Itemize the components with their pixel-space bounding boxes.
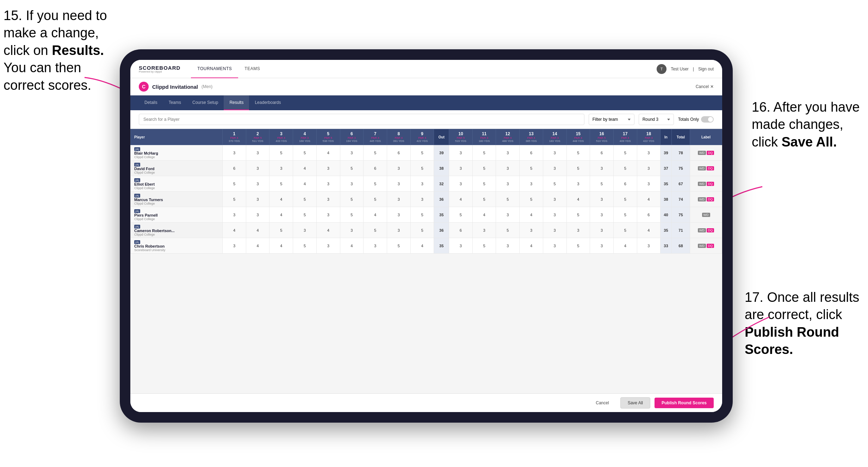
score-cell[interactable]: 3 (316, 238, 340, 254)
score-cell[interactable]: 4 (269, 238, 293, 254)
score-cell[interactable]: 5 (364, 176, 387, 192)
score-cell[interactable]: 4 (637, 223, 661, 238)
score-cell[interactable]: 3 (449, 176, 473, 192)
score-cell[interactable]: 3 (410, 192, 434, 207)
score-cell[interactable]: 5 (613, 223, 637, 238)
score-cell[interactable]: 3 (566, 176, 590, 192)
score-cell[interactable]: 3 (269, 161, 293, 176)
score-cell[interactable]: 5 (364, 145, 387, 161)
score-cell[interactable]: 3 (387, 207, 410, 223)
score-cell[interactable]: 5 (410, 161, 434, 176)
score-cell[interactable]: 5 (293, 145, 317, 161)
score-cell[interactable]: 4 (293, 176, 317, 192)
score-cell[interactable]: 3 (410, 176, 434, 192)
score-cell[interactable]: 3 (316, 192, 340, 207)
score-cell[interactable]: 4 (472, 207, 496, 223)
score-cell[interactable]: 5 (472, 176, 496, 192)
toggle-switch[interactable] (701, 116, 714, 123)
score-cell[interactable]: 5 (340, 161, 364, 176)
score-cell[interactable]: 3 (387, 223, 410, 238)
score-cell[interactable]: 4 (246, 223, 269, 238)
score-cell[interactable]: 3 (293, 223, 317, 238)
score-cell[interactable]: 5 (472, 161, 496, 176)
score-cell[interactable]: 3 (590, 192, 614, 207)
sign-out-link[interactable]: Sign out (698, 67, 714, 71)
score-cell[interactable]: 5 (472, 145, 496, 161)
score-cell[interactable]: 5 (410, 207, 434, 223)
score-cell[interactable]: 3 (590, 238, 614, 254)
cancel-button[interactable]: Cancel (589, 398, 616, 408)
score-cell[interactable]: 3 (340, 145, 364, 161)
score-cell[interactable]: 3 (543, 238, 566, 254)
score-cell[interactable]: 5 (613, 161, 637, 176)
score-cell[interactable]: 5 (472, 192, 496, 207)
score-cell[interactable]: 3 (543, 223, 566, 238)
score-cell[interactable]: 5 (223, 176, 246, 192)
score-cell[interactable]: 4 (223, 223, 246, 238)
score-cell[interactable]: 5 (340, 192, 364, 207)
score-cell[interactable]: 5 (410, 223, 434, 238)
score-cell[interactable]: 3 (449, 145, 473, 161)
score-cell[interactable]: 5 (449, 207, 473, 223)
score-cell[interactable]: 6 (387, 145, 410, 161)
tab-leaderboards[interactable]: Leaderboards (249, 95, 286, 110)
score-cell[interactable]: 3 (637, 238, 661, 254)
score-cell[interactable]: 3 (246, 207, 269, 223)
score-cell[interactable]: 4 (246, 238, 269, 254)
score-cell[interactable]: 3 (543, 161, 566, 176)
score-cell[interactable]: 4 (613, 238, 637, 254)
score-cell[interactable]: 4 (316, 145, 340, 161)
score-cell[interactable]: 3 (637, 145, 661, 161)
score-cell[interactable]: 5 (496, 192, 520, 207)
score-cell[interactable]: 5 (590, 176, 614, 192)
score-cell[interactable]: 3 (246, 145, 269, 161)
cancel-tournament-button[interactable]: Cancel ✕ (696, 84, 714, 89)
score-cell[interactable]: 5 (566, 161, 590, 176)
score-cell[interactable]: 6 (590, 145, 614, 161)
score-cell[interactable]: 6 (613, 176, 637, 192)
score-cell[interactable]: 3 (543, 145, 566, 161)
filter-by-team-dropdown[interactable]: Filter by team (589, 114, 634, 125)
score-cell[interactable]: 5 (613, 207, 637, 223)
score-cell[interactable]: 3 (590, 223, 614, 238)
score-cell[interactable]: 4 (293, 161, 317, 176)
score-cell[interactable]: 3 (223, 238, 246, 254)
score-cell[interactable]: 5 (410, 145, 434, 161)
score-cell[interactable]: 3 (496, 161, 520, 176)
score-cell[interactable]: 3 (520, 223, 543, 238)
score-cell[interactable]: 3 (223, 145, 246, 161)
score-cell[interactable]: 5 (543, 176, 566, 192)
score-cell[interactable]: 3 (223, 207, 246, 223)
score-cell[interactable]: 5 (293, 207, 317, 223)
score-cell[interactable]: 4 (269, 192, 293, 207)
score-cell[interactable]: 3 (316, 161, 340, 176)
score-cell[interactable]: 5 (269, 145, 293, 161)
score-cell[interactable]: 4 (410, 238, 434, 254)
score-cell[interactable]: 3 (246, 161, 269, 176)
score-cell[interactable]: 5 (293, 192, 317, 207)
score-cell[interactable]: 5 (566, 238, 590, 254)
totals-only-toggle[interactable]: Totals Only (678, 116, 714, 123)
score-cell[interactable]: 3 (637, 161, 661, 176)
score-cell[interactable]: 3 (449, 161, 473, 176)
score-cell[interactable]: 4 (520, 207, 543, 223)
score-cell[interactable]: 3 (496, 145, 520, 161)
score-cell[interactable]: 5 (269, 176, 293, 192)
score-cell[interactable]: 4 (364, 207, 387, 223)
score-cell[interactable]: 3 (590, 207, 614, 223)
search-input[interactable] (139, 114, 584, 125)
score-cell[interactable]: 4 (269, 207, 293, 223)
score-cell[interactable]: 5 (387, 238, 410, 254)
score-cell[interactable]: 3 (316, 176, 340, 192)
tab-teams[interactable]: Teams (163, 95, 187, 110)
score-cell[interactable]: 5 (364, 192, 387, 207)
score-cell[interactable]: 3 (543, 207, 566, 223)
score-cell[interactable]: 3 (246, 192, 269, 207)
score-cell[interactable]: 5 (520, 161, 543, 176)
score-cell[interactable]: 3 (520, 176, 543, 192)
score-cell[interactable]: 4 (566, 192, 590, 207)
score-cell[interactable]: 3 (364, 238, 387, 254)
score-cell[interactable]: 5 (293, 238, 317, 254)
score-cell[interactable]: 5 (613, 192, 637, 207)
score-cell[interactable]: 3 (449, 238, 473, 254)
